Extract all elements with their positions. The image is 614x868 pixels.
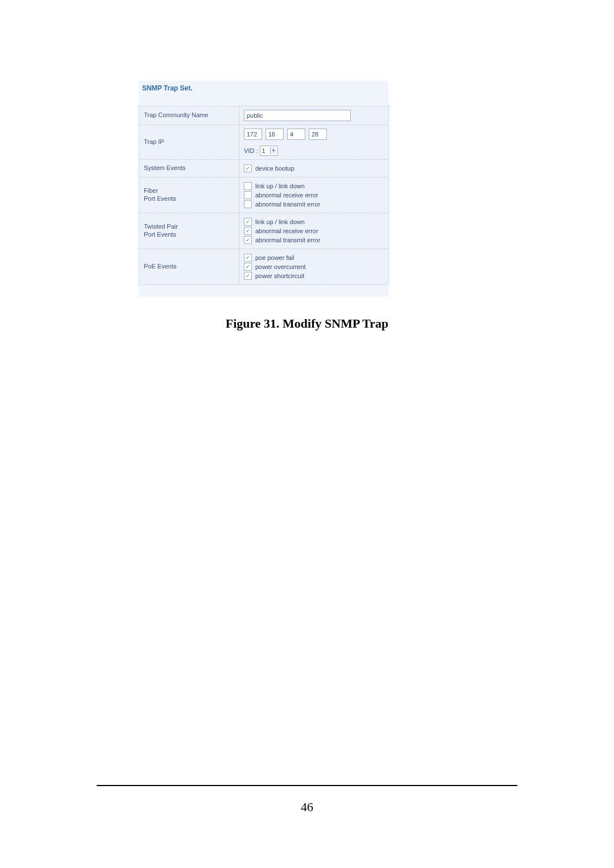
- label-trap-ip: Trap IP: [139, 125, 239, 160]
- trap-ip-octets: 172 16 4 28: [244, 129, 384, 140]
- label-poe-events: PoE Events: [139, 249, 239, 285]
- label-fiber-line1: Fiber: [144, 187, 158, 194]
- cell-community-value: public: [239, 106, 389, 125]
- trap-ip-octet-2[interactable]: 16: [265, 129, 284, 140]
- snmp-trap-table: Trap Community Name public Trap IP 172 1…: [139, 106, 389, 285]
- community-input[interactable]: public: [244, 110, 351, 121]
- vid-label: VID :: [244, 147, 258, 154]
- row-fiber-events: Fiber Port Events link up / link down ab…: [139, 177, 389, 213]
- checkbox-fiber-rx[interactable]: [244, 191, 252, 199]
- footer-rule: [97, 785, 517, 786]
- chevron-down-icon: ▾: [270, 147, 276, 154]
- checkbox-poe-short[interactable]: [244, 272, 252, 280]
- trap-vid-row: VID : 1 ▾: [244, 146, 384, 156]
- cb-row-fiber-tx: abnormal transmit error: [244, 200, 384, 208]
- figure-caption: Figure 31. Modify SNMP Trap: [0, 316, 614, 331]
- cb-row-tp-tx: abnormal transmit error: [244, 236, 384, 244]
- trap-ip-octet-4[interactable]: 28: [309, 129, 327, 140]
- label-fiber-line2: Port Events: [144, 195, 176, 202]
- checkbox-label: abnormal transmit error: [255, 201, 320, 208]
- cell-tp-events: link up / link down abnormal receive err…: [239, 213, 389, 249]
- row-community: Trap Community Name public: [139, 106, 389, 125]
- checkbox-fiber-link[interactable]: [244, 182, 252, 190]
- checkbox-poe-over[interactable]: [244, 263, 252, 271]
- document-page: SNMP Trap Set. Trap Community Name publi…: [0, 0, 614, 868]
- checkbox-label: abnormal receive error: [255, 192, 318, 199]
- cell-fiber-events: link up / link down abnormal receive err…: [239, 177, 389, 213]
- checkbox-fiber-tx[interactable]: [244, 200, 252, 208]
- checkbox-label: poe power fail: [255, 254, 294, 261]
- checkbox-tp-tx[interactable]: [244, 236, 252, 244]
- checkbox-label: abnormal transmit error: [255, 237, 320, 243]
- checkbox-tp-link[interactable]: [244, 218, 252, 226]
- label-tp-events: Twisted Pair Port Events: [139, 213, 239, 249]
- row-tp-events: Twisted Pair Port Events link up / link …: [139, 213, 389, 249]
- cell-system-events: device bootup: [239, 160, 389, 177]
- checkbox-label: link up / link down: [255, 218, 305, 225]
- cell-poe-events: poe power fail power overcurrent power s…: [239, 249, 389, 285]
- label-tp-line2: Port Events: [144, 231, 176, 238]
- cb-row-device-bootup: device bootup: [244, 164, 384, 172]
- checkbox-label: power shortcircuit: [255, 272, 304, 279]
- checkbox-label: power overcurrent: [255, 263, 306, 270]
- trap-ip-octet-1[interactable]: 172: [244, 129, 262, 140]
- panel-title: SNMP Trap Set.: [142, 84, 192, 92]
- label-fiber-events: Fiber Port Events: [139, 177, 239, 213]
- label-tp-line1: Twisted Pair: [144, 223, 178, 230]
- cb-row-tp-rx: abnormal receive error: [244, 227, 384, 235]
- page-number: 46: [0, 800, 614, 815]
- checkbox-poe-fail[interactable]: [244, 254, 252, 262]
- label-community: Trap Community Name: [139, 106, 239, 125]
- checkbox-tp-rx[interactable]: [244, 227, 252, 235]
- row-system-events: System Events device bootup: [139, 160, 389, 177]
- vid-select-value: 1: [262, 147, 265, 154]
- checkbox-label: link up / link down: [255, 183, 305, 189]
- cb-row-poe-fail: poe power fail: [244, 254, 384, 262]
- label-system-events: System Events: [139, 160, 239, 177]
- snmp-trap-screenshot: SNMP Trap Set. Trap Community Name publi…: [139, 81, 388, 297]
- cb-row-poe-short: power shortcircuit: [244, 272, 384, 280]
- checkbox-device-bootup[interactable]: [244, 164, 252, 172]
- row-trap-ip: Trap IP 172 16 4 28 VID : 1 ▾: [139, 125, 389, 160]
- cb-row-tp-link: link up / link down: [244, 218, 384, 226]
- row-poe-events: PoE Events poe power fail power overcurr…: [139, 249, 389, 285]
- cb-row-fiber-link: link up / link down: [244, 182, 384, 190]
- cell-trap-ip-value: 172 16 4 28 VID : 1 ▾: [239, 125, 389, 160]
- vid-select[interactable]: 1 ▾: [260, 146, 278, 156]
- cb-row-poe-over: power overcurrent: [244, 263, 384, 271]
- checkbox-label: abnormal receive error: [255, 228, 318, 234]
- checkbox-label: device bootup: [255, 165, 294, 172]
- cb-row-fiber-rx: abnormal receive error: [244, 191, 384, 199]
- trap-ip-octet-3[interactable]: 4: [287, 129, 305, 140]
